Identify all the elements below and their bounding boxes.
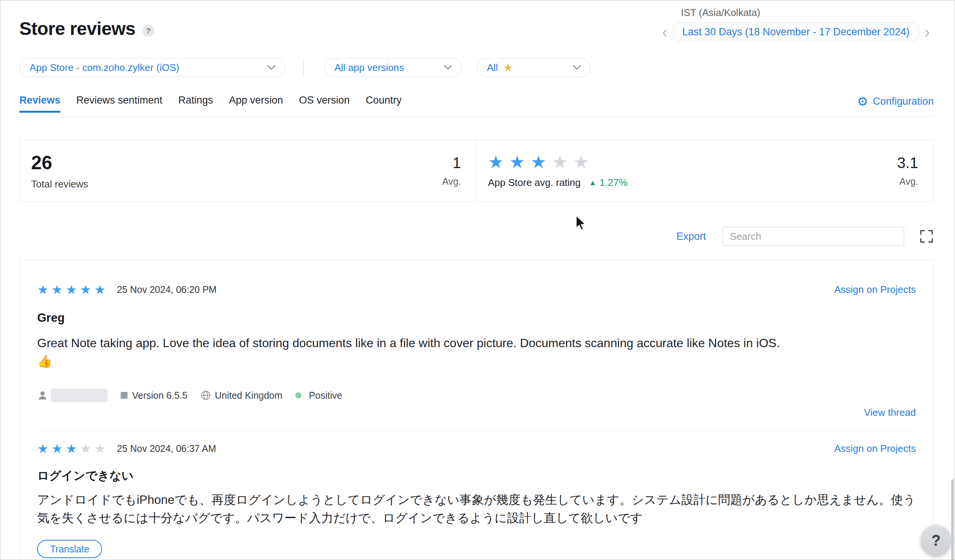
reviews-avg-label: Avg.	[442, 176, 461, 187]
redacted-author-detail	[51, 389, 108, 402]
app-window: Store reviews ? IST (Asia/Kolkata) ‹ Las…	[0, 0, 955, 560]
date-range-picker[interactable]: Last 30 Days (18 November - 17 December …	[671, 22, 921, 41]
scrollbar-thumb[interactable]	[951, 479, 954, 560]
review-meta: Version 6.5.5 United Kingdom Positive	[37, 389, 916, 402]
review-item: ★★★★★ 25 Nov 2024, 06:37 AM Assign on Pr…	[37, 431, 916, 558]
tab-reviews[interactable]: Reviews	[19, 94, 60, 113]
star-empty-icon: ★	[80, 442, 91, 456]
date-range-row: ‹ Last 30 Days (18 November - 17 Decembe…	[658, 22, 934, 41]
star-empty-icon: ★	[574, 153, 589, 171]
reviews-list: ★★★★★ 25 Nov 2024, 06:20 PM Assign on Pr…	[19, 260, 934, 560]
review-country: United Kingdom	[200, 390, 282, 401]
configuration-button[interactable]: ⚙ Configuration	[857, 96, 934, 113]
tab-country[interactable]: Country	[366, 94, 402, 113]
rating-avg-value: 3.1	[897, 154, 918, 171]
summary-card: 26 Total reviews 1 Avg. ★★★★★ App Store …	[19, 140, 934, 202]
app-select[interactable]: App Store - com.zoho.zylker (iOS)	[19, 58, 285, 77]
fullscreen-icon[interactable]	[919, 229, 934, 244]
date-next-icon[interactable]: ›	[920, 24, 934, 39]
tabs-divider	[19, 116, 934, 117]
assign-on-projects-link[interactable]: Assign on Projects	[834, 443, 916, 455]
star-filled-icon: ★	[509, 153, 525, 171]
review-text: アンドロイドでもiPhoneでも、再度ログインしようとしてログインできない事象が…	[37, 491, 916, 527]
tab-app-version[interactable]: App version	[229, 94, 283, 113]
review-item: ★★★★★ 25 Nov 2024, 06:20 PM Assign on Pr…	[37, 260, 916, 418]
translate-button[interactable]: Translate	[37, 540, 102, 558]
store-rating-stars: ★★★★★	[488, 153, 628, 171]
star-filled-icon: ★	[80, 283, 91, 297]
chevron-down-icon	[444, 65, 452, 70]
title-help-icon[interactable]: ?	[142, 25, 154, 37]
review-version: Version 6.5.5	[121, 390, 188, 401]
sentiment-dot-icon	[295, 392, 301, 398]
tab-reviews-sentiment[interactable]: Reviews sentiment	[76, 94, 162, 113]
star-filled-icon: ★	[52, 283, 63, 297]
star-filled-icon: ★	[37, 283, 49, 297]
chevron-down-icon	[267, 65, 276, 70]
search-input[interactable]	[723, 227, 904, 246]
version-icon	[121, 392, 128, 399]
tab-ratings[interactable]: Ratings	[178, 94, 213, 113]
globe-icon	[200, 390, 211, 401]
review-date: 25 Nov 2024, 06:20 PM	[117, 284, 217, 295]
view-thread-link[interactable]: View thread	[864, 407, 916, 418]
star-filled-icon: ★	[66, 283, 77, 297]
rating-avg-label: Avg.	[897, 176, 918, 187]
assign-on-projects-link[interactable]: Assign on Projects	[834, 284, 916, 296]
gear-icon: ⚙	[857, 96, 868, 107]
page-title: Store reviews	[19, 18, 136, 39]
total-reviews-value: 26	[31, 152, 88, 174]
tab-os-version[interactable]: OS version	[299, 94, 350, 113]
chevron-down-icon	[573, 65, 581, 70]
review-date: 25 Nov 2024, 06:37 AM	[117, 443, 216, 454]
page-header: Store reviews ? IST (Asia/Kolkata) ‹ Las…	[19, 0, 934, 41]
avg-rating-panel: ★★★★★ App Store avg. rating ▲ 1.27% 3.1 …	[477, 140, 934, 201]
review-author: Greg	[37, 311, 916, 325]
help-fab-button[interactable]: ?	[921, 525, 951, 555]
review-author: ログインできない	[37, 468, 916, 484]
reviewer-info	[37, 389, 108, 402]
star-filled-icon: ★	[488, 153, 504, 171]
review-stars: ★★★★★	[37, 283, 109, 296]
date-range-label: Last 30 Days (18 November - 17 December …	[682, 26, 910, 38]
configuration-label: Configuration	[873, 96, 934, 107]
date-prev-icon[interactable]: ‹	[658, 24, 671, 39]
total-reviews-label: Total reviews	[31, 178, 88, 190]
app-select-value: App Store - com.zoho.zylker (iOS)	[30, 62, 179, 74]
trend-up-icon: ▲	[589, 178, 597, 187]
filters-row: App Store - com.zoho.zylker (iOS) All ap…	[19, 58, 934, 77]
person-icon	[37, 390, 48, 401]
export-button[interactable]: Export	[676, 231, 706, 242]
star-filled-icon: ★	[66, 442, 77, 456]
star-empty-icon: ★	[552, 153, 567, 171]
app-version-select[interactable]: All app versions	[324, 58, 462, 77]
star-icon: ★	[503, 61, 513, 74]
store-rating-label: App Store avg. rating	[488, 177, 581, 189]
review-stars: ★★★★★	[37, 442, 109, 455]
list-toolbar: Export	[19, 227, 934, 246]
review-text: Great Note taking app. Love the idea of …	[37, 334, 916, 370]
store-rating-change: 1.27%	[600, 177, 628, 189]
rating-select[interactable]: All ★	[477, 58, 591, 77]
reviews-avg-value: 1	[442, 154, 461, 171]
star-filled-icon: ★	[52, 442, 63, 456]
timezone-label: IST (Asia/Kolkata)	[681, 7, 760, 19]
review-sentiment: Positive	[295, 390, 342, 401]
star-empty-icon: ★	[94, 442, 106, 456]
star-filled-icon: ★	[531, 153, 546, 171]
tabs-row: Reviews Reviews sentiment Ratings App ve…	[19, 94, 934, 113]
tab-bar: Reviews Reviews sentiment Ratings App ve…	[19, 94, 418, 113]
filter-divider	[303, 59, 304, 76]
star-filled-icon: ★	[94, 283, 106, 297]
star-filled-icon: ★	[37, 442, 49, 456]
rating-select-value: All	[487, 62, 498, 74]
total-reviews-panel: 26 Total reviews 1 Avg.	[20, 140, 477, 201]
app-version-select-value: All app versions	[334, 62, 404, 74]
